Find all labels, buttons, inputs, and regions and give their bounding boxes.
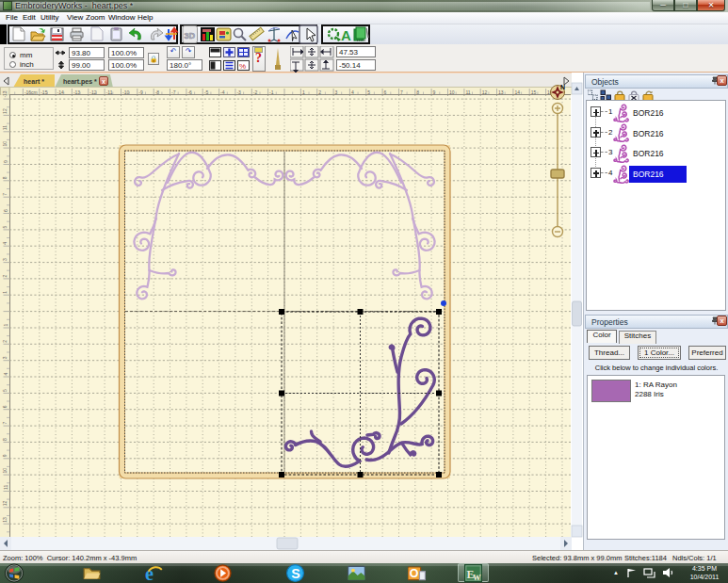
svg-text:11: 11 (465, 89, 470, 95)
svg-text:8: 8 (3, 438, 8, 441)
svg-text:-3: -3 (236, 89, 241, 95)
svg-text:O: O (410, 567, 419, 580)
svg-text:12: 12 (3, 108, 8, 114)
svg-text:10: 10 (3, 141, 8, 147)
svg-text:e: e (145, 564, 154, 582)
svg-text:3: 3 (335, 89, 338, 95)
svg-text:-7: -7 (171, 89, 176, 95)
svg-text:-1: -1 (269, 89, 274, 95)
svg-text:5: 5 (3, 389, 8, 392)
svg-text:7: 7 (3, 193, 8, 196)
svg-text:2: 2 (3, 274, 8, 277)
svg-text:-14: -14 (57, 89, 64, 95)
svg-text:12: 12 (3, 501, 8, 507)
svg-text:-5: -5 (204, 89, 209, 95)
svg-text:-13: -13 (73, 89, 80, 95)
svg-text:8: 8 (416, 89, 419, 95)
svg-text:7: 7 (3, 422, 8, 425)
svg-text:4: 4 (351, 89, 354, 95)
svg-text:-9: -9 (138, 89, 143, 95)
svg-text:4: 4 (3, 242, 8, 245)
svg-text:1: 1 (3, 291, 8, 294)
svg-text:5: 5 (3, 225, 8, 228)
svg-text:6: 6 (384, 89, 387, 95)
svg-text:2: 2 (318, 89, 321, 95)
svg-text:-2: -2 (253, 89, 258, 95)
svg-text:10: 10 (449, 89, 455, 95)
svg-text:14: 14 (514, 89, 520, 95)
svg-text:-4: -4 (220, 89, 225, 95)
svg-text:5: 5 (367, 89, 370, 95)
svg-text:6: 6 (3, 209, 8, 212)
svg-text:-8: -8 (155, 89, 160, 95)
svg-text:7: 7 (400, 89, 403, 95)
svg-text:9: 9 (3, 160, 8, 163)
svg-text:6: 6 (3, 405, 8, 408)
svg-text:8: 8 (3, 176, 8, 179)
svg-text:-11: -11 (106, 89, 113, 95)
svg-text:12: 12 (482, 89, 488, 95)
svg-text:13: 13 (3, 517, 8, 523)
svg-text:15: 15 (531, 89, 537, 95)
svg-text:11: 11 (3, 125, 8, 130)
svg-text:w: w (473, 570, 481, 582)
svg-text:9: 9 (3, 454, 8, 457)
svg-text:10: 10 (3, 468, 8, 474)
svg-text:9: 9 (433, 89, 436, 95)
svg-text:-10: -10 (122, 89, 129, 95)
svg-text:-12: -12 (89, 89, 96, 95)
svg-text:-15: -15 (40, 89, 47, 95)
svg-text:4: 4 (3, 373, 8, 376)
svg-text:1: 1 (302, 89, 305, 95)
svg-text:13: 13 (498, 89, 504, 95)
svg-text:3: 3 (3, 356, 8, 359)
svg-text:S: S (291, 566, 300, 581)
svg-text:11: 11 (3, 485, 8, 490)
svg-text:3: 3 (3, 258, 8, 261)
svg-text:1: 1 (3, 324, 8, 327)
svg-text:-6: -6 (187, 89, 192, 95)
svg-text:2: 2 (3, 340, 8, 343)
svg-text:N: N (560, 84, 565, 90)
svg-text:-13: -13 (3, 90, 8, 97)
